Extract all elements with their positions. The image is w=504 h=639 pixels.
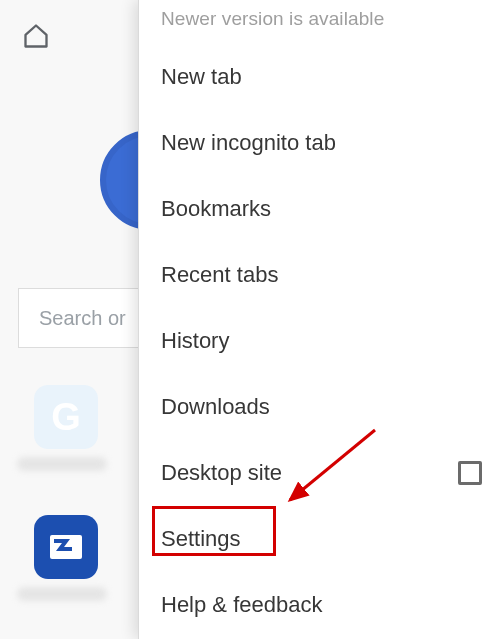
- shortcut-tile-1-label: [17, 457, 107, 471]
- search-placeholder: Search or: [39, 307, 126, 330]
- shortcut-tile-2-label: [17, 587, 107, 601]
- menu-item-help[interactable]: Help & feedback: [139, 572, 504, 638]
- menu-item-label: Help & feedback: [161, 592, 322, 618]
- shortcut-tile-1-icon: G: [34, 385, 98, 449]
- home-icon[interactable]: [22, 22, 50, 50]
- menu-item-desktop-site[interactable]: Desktop site: [139, 440, 504, 506]
- menu-update-notice: Newer version is available: [139, 6, 504, 44]
- menu-item-settings[interactable]: Settings: [139, 506, 504, 572]
- menu-item-label: Settings: [161, 526, 241, 552]
- menu-item-new-incognito[interactable]: New incognito tab: [139, 110, 504, 176]
- desktop-site-checkbox[interactable]: [458, 461, 482, 485]
- menu-item-bookmarks[interactable]: Bookmarks: [139, 176, 504, 242]
- shortcut-tile-2[interactable]: [30, 515, 102, 601]
- menu-item-new-tab[interactable]: New tab: [139, 44, 504, 110]
- menu-item-history[interactable]: History: [139, 308, 504, 374]
- menu-item-downloads[interactable]: Downloads: [139, 374, 504, 440]
- menu-item-label: History: [161, 328, 229, 354]
- menu-item-label: Recent tabs: [161, 262, 278, 288]
- menu-item-label: New tab: [161, 64, 242, 90]
- overflow-menu: Newer version is available New tab New i…: [138, 0, 504, 639]
- menu-item-label: Downloads: [161, 394, 270, 420]
- shortcut-tile-2-icon: [34, 515, 98, 579]
- shortcut-tile-1[interactable]: G: [30, 385, 102, 471]
- menu-item-recent-tabs[interactable]: Recent tabs: [139, 242, 504, 308]
- menu-item-label: Bookmarks: [161, 196, 271, 222]
- search-input[interactable]: Search or: [18, 288, 148, 348]
- menu-item-label: Desktop site: [161, 460, 282, 486]
- menu-item-label: New incognito tab: [161, 130, 336, 156]
